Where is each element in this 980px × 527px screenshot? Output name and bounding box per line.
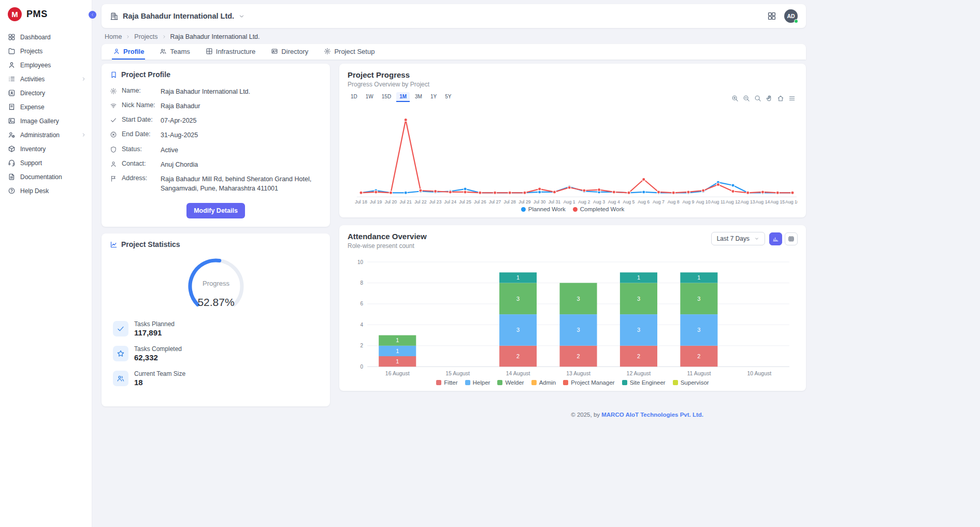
legend-helper[interactable]: Helper [465, 379, 491, 386]
field-label: Contact: [122, 160, 156, 167]
attendance-bar-chart[interactable]: 024681011116 August15 August233114 Augus… [348, 255, 798, 378]
svg-text:1: 1 [697, 274, 700, 281]
svg-text:Aug 8: Aug 8 [668, 199, 680, 204]
svg-text:1: 1 [637, 274, 640, 281]
sidebar-item-activities[interactable]: Activities [0, 72, 92, 86]
check-icon [110, 116, 117, 124]
attendance-overview-card: Attendance Overview Role-wise present co… [339, 225, 806, 391]
stat-tasks-planned: Tasks Planned117,891 [110, 316, 322, 341]
table-view-button[interactable] [785, 232, 798, 245]
profile-field-contact: Contact:Anuj Chordia [110, 157, 322, 172]
sidebar-item-directory[interactable]: Directory [0, 86, 92, 100]
tab-directory[interactable]: Directory [270, 44, 309, 60]
sidebar-item-help-desk[interactable]: Help Desk [0, 184, 92, 198]
field-label: Name: [122, 87, 156, 94]
svg-text:Jul 19: Jul 19 [370, 199, 382, 204]
svg-text:3: 3 [697, 327, 700, 333]
svg-text:15 August: 15 August [445, 370, 470, 376]
tab-project-setup[interactable]: Project Setup [323, 44, 376, 60]
card-subtitle: Progress Overview by Project [348, 81, 798, 88]
legend-site-engineer[interactable]: Site Engineer [622, 379, 666, 386]
svg-text:Jul 18: Jul 18 [355, 199, 367, 204]
company-name: Raja Bahadur International Ltd. [123, 12, 234, 20]
sidebar-collapse-button[interactable] [89, 11, 96, 19]
sidebar-item-label: Support [20, 159, 42, 167]
legend-fitter[interactable]: Fitter [436, 379, 457, 386]
range-1w-button[interactable]: 1W [363, 92, 377, 102]
svg-text:1: 1 [516, 274, 520, 281]
modify-details-button[interactable]: Modify Details [186, 203, 245, 218]
sidebar-item-inventory[interactable]: Inventory [0, 142, 92, 156]
field-value: Raja Bahadur International Ltd. [161, 87, 322, 96]
right-column: Project Progress Progress Overview by Pr… [339, 64, 806, 391]
sidebar-item-documentation[interactable]: Documentation [0, 170, 92, 184]
expense-icon [8, 103, 16, 111]
range-1d-button[interactable]: 1D [348, 92, 361, 102]
profile-field-start-date: Start Date:07-Apr-2025 [110, 113, 322, 128]
svg-text:1: 1 [396, 338, 399, 344]
select-value: Last 7 Days [717, 235, 750, 242]
selection-zoom-icon[interactable] [754, 95, 761, 102]
legend-admin[interactable]: Admin [531, 379, 556, 386]
project-progress-card: Project Progress Progress Overview by Pr… [339, 64, 806, 217]
svg-text:3: 3 [577, 327, 580, 333]
zoom-in-icon[interactable] [731, 95, 739, 102]
sidebar-item-image-gallery[interactable]: Image Gallery [0, 114, 92, 128]
svg-text:Jul 26: Jul 26 [474, 199, 486, 204]
legend-completed-work[interactable]: Completed Work [573, 206, 624, 212]
star-icon [117, 349, 125, 358]
svg-text:Aug 6: Aug 6 [638, 199, 650, 204]
progress-line-chart[interactable]: Jul 18Jul 19Jul 20Jul 21Jul 22Jul 23Jul … [348, 103, 798, 204]
home-icon[interactable] [777, 95, 784, 102]
range-5y-button[interactable]: 5Y [442, 92, 454, 102]
svg-text:1: 1 [396, 358, 399, 364]
tab-profile[interactable]: Profile [112, 44, 145, 60]
sidebar-item-employees[interactable]: Employees [0, 58, 92, 72]
apps-grid-icon[interactable] [767, 11, 776, 21]
tab-teams[interactable]: Teams [158, 44, 191, 60]
logo[interactable]: M PMS [0, 0, 92, 26]
sidebar-item-dashboard[interactable]: Dashboard [0, 30, 92, 44]
range-1y-button[interactable]: 1Y [427, 92, 440, 102]
documentation-icon [8, 173, 16, 181]
stat-label: Tasks Planned [134, 320, 175, 328]
legend-swatch [521, 207, 526, 212]
zoom-out-icon[interactable] [743, 95, 750, 102]
pan-icon[interactable] [766, 95, 773, 102]
svg-text:Aug 9: Aug 9 [682, 199, 694, 204]
company-selector[interactable]: Raja Bahadur International Ltd. [110, 12, 245, 21]
legend-supervisor[interactable]: Supervisor [673, 379, 709, 386]
chart-view-button[interactable] [769, 232, 782, 245]
legend-label: Completed Work [580, 206, 624, 212]
date-range-select[interactable]: Last 7 Days [711, 232, 765, 245]
field-label: End Date: [122, 130, 156, 138]
range-1m-button[interactable]: 1M [396, 92, 410, 102]
sidebar-item-administration[interactable]: Administration [0, 128, 92, 142]
sidebar-item-expense[interactable]: Expense [0, 100, 92, 114]
user-avatar[interactable]: AD [784, 9, 798, 23]
svg-text:10: 10 [357, 259, 364, 265]
sidebar-item-projects[interactable]: Projects [0, 44, 92, 58]
tab-infrastructure[interactable]: Infrastructure [205, 44, 257, 60]
sidebar-item-label: Dashboard [20, 34, 51, 41]
team-icon [117, 374, 125, 383]
range-3m-button[interactable]: 3M [412, 92, 425, 102]
stat-value: 117,891 [134, 328, 175, 337]
field-label: Nick Name: [122, 101, 156, 109]
legend-project-manager[interactable]: Project Manager [563, 379, 614, 386]
range-15d-button[interactable]: 15D [379, 92, 394, 102]
legend-planned-work[interactable]: Planned Work [521, 206, 566, 212]
sidebar-item-label: Employees [20, 62, 51, 69]
svg-text:Aug 11: Aug 11 [711, 199, 725, 204]
footer-company-link[interactable]: MARCO AIoT Technologies Pvt. Ltd. [601, 412, 703, 418]
sidebar-item-support[interactable]: Support [0, 156, 92, 170]
menu-icon[interactable] [788, 95, 796, 102]
svg-text:Jul 27: Jul 27 [489, 199, 501, 204]
breadcrumb-item-projects[interactable]: Projects [134, 33, 157, 40]
sidebar-item-label: Image Gallery [20, 118, 59, 125]
svg-text:Jul 20: Jul 20 [385, 199, 397, 204]
breadcrumb-item-home[interactable]: Home [105, 33, 122, 40]
svg-text:3: 3 [637, 296, 640, 302]
legend-welder[interactable]: Welder [497, 379, 524, 386]
directory-icon [8, 89, 16, 97]
